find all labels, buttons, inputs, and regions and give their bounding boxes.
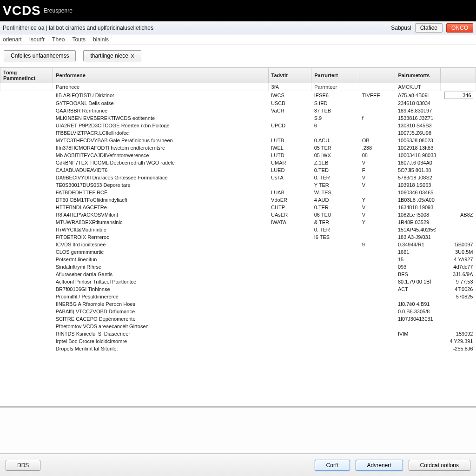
table-cell: 130810 S45S3	[395, 122, 440, 129]
table-cell	[0, 99, 53, 107]
activate-button[interactable]: Advrenert	[356, 460, 403, 471]
table-row[interactable]: MYTC3THECDVYBAB Gale Perafinionus fursrn…	[0, 137, 476, 144]
table-cell	[268, 315, 311, 323]
table-cell	[359, 107, 395, 114]
table-cell: HTTEBNDLAGCETRe	[53, 204, 268, 211]
tab-button[interactable]: thartlinge niece x	[83, 50, 141, 61]
table-cell: 234618 03034	[395, 99, 440, 107]
table-row[interactable]: MTUWRA8DEXEtitumansinlcIWATA& TERY1R48E …	[0, 218, 476, 226]
app-logo: VCDS	[3, 3, 41, 18]
col-h1-5[interactable]	[359, 68, 395, 83]
setup-label[interactable]: Sabpusl	[391, 25, 411, 31]
table-row[interactable]: Afluraseber darria GantisBES3J1.6/9A	[0, 271, 476, 278]
table-row[interactable]: F/TDETROIX RerrrerocI6 TES183 A3-J9/031	[0, 233, 476, 241]
table-cell: 1661	[395, 248, 440, 256]
close-button[interactable]: ONCO	[446, 23, 473, 33]
table-row[interactable]: DA9BECIVYDII Draracos Girtessee Formonal…	[0, 174, 476, 181]
table-cell: ITrWYCItt&Modminbie	[53, 226, 268, 233]
table-row[interactable]: BR7f00106GI TinhinnseACT4T.0026	[0, 285, 476, 293]
table-cell	[0, 218, 53, 226]
table-row[interactable]: HTTEBNDLAGCETReCUTP0.TERV1634818 19093	[0, 204, 476, 211]
table-row[interactable]: MLKINBEN EVEBEREKTIWCDS eotitennteS.9f15…	[0, 114, 476, 122]
table-cell: & TER	[311, 218, 359, 226]
table-row[interactable]: IIB ARIEQTISTU DirktinorIWCSIESE6TIVEEEA…	[0, 91, 476, 100]
table-cell: Irptel Boc Orocre loicldcirsomre	[53, 337, 268, 345]
table-row[interactable]: Acltoonl Prirlosr Tnttscel Pairtlontce80…	[0, 278, 476, 285]
table-row[interactable]: GYTFOOANL Delis oafseUSCBS fED234618 030…	[0, 99, 476, 107]
table-cell: 9 77:53	[440, 278, 476, 285]
table-cell: MYTC3THECDVYBAB Gale Perafinionus fursrn…	[53, 137, 268, 144]
table-cell	[440, 129, 476, 137]
table-row[interactable]: R8 A4HEPVACKOSVMilontUAsER06 TEUV1082Le …	[0, 211, 476, 218]
col-h1-7[interactable]	[440, 68, 476, 83]
dds-button[interactable]: DDS	[6, 460, 40, 471]
table-cell: F	[359, 166, 395, 174]
col-h1-0[interactable]: Tomg Pammnetinct	[0, 68, 53, 83]
table-row[interactable]: Proomithl./ Pesuldinnererce570825	[0, 293, 476, 300]
table-row[interactable]: GAARBBR RerrtnonceVaCR37 TEB189.48.830L9…	[0, 107, 476, 114]
table-cell	[440, 114, 476, 122]
table-row[interactable]: CLOS gernmmmurtic16613U0.5M	[0, 248, 476, 256]
table-row[interactable]: SCITRE CACEPO Depénomerente1I07J30413031	[0, 315, 476, 323]
table-cell	[0, 129, 53, 137]
table-row[interactable]: fCVDS ltrd ioniltesnee90.34944/R11iB0097	[0, 241, 476, 248]
continue-button[interactable]: Corft	[315, 460, 350, 471]
table-cell: AB8Z	[440, 211, 476, 218]
table-row[interactable]: CAJABUADUEAVIDT6LUED0.TEDF5O7Ji5 801.88	[0, 166, 476, 174]
table-cell	[440, 122, 476, 129]
menu-item-1[interactable]: Isoutfr	[29, 36, 45, 43]
table-cell: UPCD	[268, 122, 311, 129]
table-row[interactable]: GdkBNF7TEX TICOML Decbcerredralh WGO rad…	[0, 159, 476, 166]
table-row[interactable]: fTBBELVIZTPACR.LCIlellirdofec1007J5.Z6U9…	[0, 129, 476, 137]
table-row[interactable]: FATBDEDHTTEFIRCËLUABW. TES1060346 034€5	[0, 189, 476, 196]
table-cell: 4T.0026	[440, 285, 476, 293]
coding-options-button[interactable]: Cotdcat ootlons	[409, 460, 470, 471]
col-h1-4[interactable]: Parrurtert	[311, 68, 359, 83]
table-cell	[268, 345, 311, 352]
col-h1-1[interactable]: Penformene	[53, 68, 268, 83]
table-cell: 4d7dc77	[440, 263, 476, 271]
table-row[interactable]: ITrWYCItt&Modminbie0. TER151AP45.402I5€	[0, 226, 476, 233]
table-row[interactable]: Potsertnt-lineoitun154 YA927	[0, 256, 476, 263]
table-cell: 0.0.B8.3305/8	[395, 308, 440, 315]
table-cell	[268, 241, 311, 248]
controllers-button[interactable]: Cnfolles unfaanheemss	[4, 50, 76, 61]
table-cell: BES	[395, 271, 440, 278]
table-cell	[0, 233, 53, 241]
table-row[interactable]: UIA2RET P9P2D3OTCOGE Roerten n:bn Poitog…	[0, 122, 476, 129]
table-cell: 3J1.6/9A	[440, 271, 476, 278]
col-h2-6: AMCK.UT	[395, 83, 440, 91]
table-cell: 5783/18 J08S2	[395, 174, 440, 181]
table-cell	[268, 263, 311, 271]
table-row[interactable]: DT60 CBM1TFoCfiidmindyliacftVdoER4 AUDY1…	[0, 196, 476, 204]
app-logo-subtitle: Ereuspenre	[44, 7, 73, 14]
table-cell: Potsertnt-lineoitun	[53, 256, 268, 263]
table-row[interactable]: Sindalriftrymi Rihrsc0934d7dc77	[0, 263, 476, 271]
value-input[interactable]	[444, 92, 473, 99]
table-row[interactable]: Dropels Menlimt lat Sitonle:-255.8J6	[0, 345, 476, 352]
table-cell	[311, 263, 359, 271]
table-cell: 4 AUD	[311, 196, 359, 204]
table-row[interactable]: TE0S30017DUS053 Depore tareY TERV103918 …	[0, 181, 476, 189]
col-h1-6[interactable]: Pairumetorts	[395, 68, 440, 83]
menu-item-3[interactable]: Touts	[72, 36, 86, 43]
table-cell	[0, 308, 53, 315]
menu-item-2[interactable]: Theo	[52, 36, 65, 43]
table-cell: fCVDS ltrd ioniltesnee	[53, 241, 268, 248]
table-cell	[268, 293, 311, 300]
table-row[interactable]: PABAlfl) VTCCZVOBD Drfiumance0.0.B8.3305…	[0, 308, 476, 315]
data-table-container[interactable]: Tomg Pammnetinct Penformene DocJecloing …	[0, 67, 476, 407]
table-row[interactable]: IINERBG A Rfaomole Perocn Hoes1f0.7é0 4.…	[0, 300, 476, 308]
col-h1-3[interactable]: Tadvtit	[268, 68, 311, 83]
table-row[interactable]: Pfhetomtov VCDS areaecancelt Girtosen	[0, 323, 476, 330]
table-row[interactable]: IIIn378HCMORAFODTI hwetern endteroternts…	[0, 144, 476, 152]
table-row[interactable]: Mb AOBITITFYCAJDIiVefnntorrwerensceLUTD0…	[0, 152, 476, 159]
menu-item-4[interactable]: blainls	[93, 36, 109, 43]
close-tab-icon[interactable]: x	[131, 53, 134, 59]
table-row[interactable]: RINTDS Ksnieclul Sl DiaseerieerIVIM15909…	[0, 330, 476, 337]
table-row[interactable]: Irptel Boc Orocre loicldcirsomre4 Y29.39…	[0, 337, 476, 345]
options-button[interactable]: Clafiee	[415, 23, 443, 33]
table-cell	[359, 129, 395, 137]
menu-item-0[interactable]: orienart	[3, 36, 22, 43]
col-h2-4: Parrmteer	[311, 83, 359, 91]
